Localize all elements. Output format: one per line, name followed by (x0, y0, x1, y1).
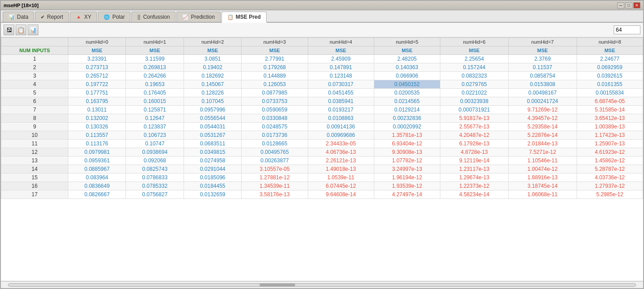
tab-polar[interactable]: 🌐 Polar (98, 12, 130, 22)
minimize-button[interactable]: ─ (617, 2, 624, 8)
table-row: 13.233913.115993.08512.779912.459092.482… (1, 55, 643, 63)
mse-cell: 1.93539e-12 (374, 182, 440, 190)
mse-cell: 7.5271e-12 (508, 148, 577, 157)
mse-cell: 0.0730317 (308, 80, 374, 89)
mse-cell: 1.35781e-13 (374, 131, 440, 140)
mse-cell: 0.0153808 (508, 80, 577, 89)
mse-cell: 1.25907e-13 (577, 140, 643, 148)
table-row: 90.1303260.1238370.05440310.02485750.009… (1, 123, 643, 131)
mse-cell: 0.0858754 (508, 72, 577, 80)
table-row: 60.1637950.1600150.1070450.07337530.0385… (1, 97, 643, 106)
mse-cell: 0.0184455 (184, 182, 241, 190)
mse-cell: 3.24997e-13 (374, 165, 440, 173)
col-subheader-mse-3: MSE (242, 46, 308, 55)
mse-cell: 0.140363 (374, 63, 440, 72)
col-header-0: numHid=0 (68, 38, 126, 46)
row-number: 12 (1, 148, 68, 157)
mse-cell: 0.107045 (184, 97, 241, 106)
mse-cell: 0.0248575 (242, 123, 308, 131)
tab-msepred[interactable]: 📋 MSE Pred (222, 12, 267, 23)
col-subheader-mse-1: MSE (126, 46, 184, 55)
mse-cell: 6.93404e-12 (374, 140, 440, 148)
mse-cell: 0.0683511 (184, 140, 241, 148)
col-subheader-numinputs: NUM INPUTS (1, 46, 68, 55)
mse-cell: 5.31585e-14 (577, 106, 643, 114)
mse-cell: 4.39457e-12 (508, 114, 577, 123)
mse-cell: 2.45909 (308, 55, 374, 63)
col-header-3: numHid=3 (242, 38, 308, 46)
table-row: 140.08859670.08257430.02910443.10557e-05… (1, 165, 643, 173)
table-row: 80.1320020.126470.05565440.03308480.0108… (1, 114, 643, 123)
search-input[interactable] (614, 25, 640, 34)
mse-cell: 4.8728e-13 (440, 148, 508, 157)
mse-cell: 0.179268 (242, 63, 308, 72)
table-row: 40.1977220.196530.1450670.1260530.073031… (1, 80, 643, 89)
tab-confussion[interactable]: ⣿ Confussion (131, 12, 176, 22)
row-number: 2 (1, 63, 68, 72)
mse-cell: 0.106723 (126, 131, 184, 140)
tool-button-3[interactable]: 📊 (28, 25, 38, 35)
window-controls: ─ □ ✕ (617, 2, 640, 8)
mse-cell: 4.58234e-14 (440, 190, 508, 199)
title-bar: mseHP [18×10] ─ □ ✕ (1, 1, 643, 10)
mse-cell: 0.123148 (308, 72, 374, 80)
scrollbar-track (8, 283, 636, 287)
window-title: mseHP [18×10] (4, 3, 38, 8)
tab-prediction-label: Prediction (191, 14, 214, 20)
close-button[interactable]: ✕ (633, 2, 640, 8)
tab-msepred-label: MSE Pred (236, 14, 261, 20)
xy-tab-icon: 🔺 (75, 14, 82, 20)
mse-cell: 0.0836649 (68, 182, 126, 190)
tool-button-2[interactable]: 📋 (16, 25, 26, 35)
mse-cell: 0.269813 (126, 63, 184, 72)
tab-data[interactable]: 📊 Data (3, 12, 34, 22)
mse-cell: 0.0885967 (68, 165, 126, 173)
mse-cell: 5.2985e-12 (577, 190, 643, 199)
header-row-2: NUM INPUTS MSE MSE MSE MSE MSE MSE MSE M… (1, 46, 643, 55)
tool-button-1[interactable]: 🖫 (4, 25, 14, 35)
horizontal-scrollbar[interactable] (1, 281, 643, 288)
mse-cell: 5.29358e-14 (508, 123, 577, 131)
scrollbar-thumb[interactable] (259, 284, 295, 286)
mse-cell: 0.0129214 (374, 106, 440, 114)
mse-cell: 0.0185096 (184, 173, 241, 182)
restore-button[interactable]: □ (625, 2, 632, 8)
mse-cell: 2.48205 (374, 55, 440, 63)
mse-cell: 0.0733753 (242, 97, 308, 106)
tab-report[interactable]: ✔ Report (35, 12, 69, 22)
mse-cell: 0.0692959 (577, 63, 643, 72)
table-row: 160.08366490.07853320.01844551.34539e-11… (1, 182, 643, 190)
mse-cell: 1.22373e-12 (440, 182, 508, 190)
table-row: 170.08266670.07568270.01326593.58176e-13… (1, 190, 643, 199)
mse-cell: 0.000731921 (440, 106, 508, 114)
mse-cell: 1.0539e-11 (308, 173, 374, 182)
row-number: 3 (1, 72, 68, 80)
mse-cell: 4.03736e-12 (577, 173, 643, 182)
mse-cell: 1.00474e-12 (508, 165, 577, 173)
mse-cell: 3.0851 (184, 55, 241, 63)
tab-prediction[interactable]: 📈 Prediction (176, 12, 220, 22)
tab-report-label: Report (47, 14, 63, 20)
mse-cell: 0.00323938 (440, 97, 508, 106)
mse-cell: 0.00498167 (508, 89, 577, 97)
col-subheader-mse-8: MSE (577, 46, 643, 55)
tab-xy[interactable]: 🔺 XY (70, 12, 97, 22)
mse-cell: 0.0959361 (68, 157, 126, 165)
table-row: 70.130110.1258710.09579960.05906590.0193… (1, 106, 643, 114)
tab-polar-label: Polar (112, 14, 125, 20)
row-number: 9 (1, 123, 68, 131)
mse-cell: 0.0979981 (68, 148, 126, 157)
mse-cell: 0.0161355 (577, 80, 643, 89)
col-header-6: numHid=6 (440, 38, 508, 46)
col-subheader-mse-4: MSE (308, 46, 374, 55)
mse-cell: 9.12119e-14 (440, 157, 508, 165)
toolbar: 🖫 📋 📊 (1, 23, 643, 37)
mse-cell: 2.24677 (577, 55, 643, 63)
mse-cell: 1.10546e-11 (508, 157, 577, 165)
mse-cell: 1.07782e-12 (374, 157, 440, 165)
mse-cell: 1.27881e-12 (242, 173, 308, 182)
mse-cell: 0.0330848 (242, 114, 308, 123)
mse-cell: 1.29674e-13 (440, 173, 508, 182)
mse-cell: 0.177751 (68, 89, 126, 97)
mse-cell: 0.0221022 (440, 89, 508, 97)
